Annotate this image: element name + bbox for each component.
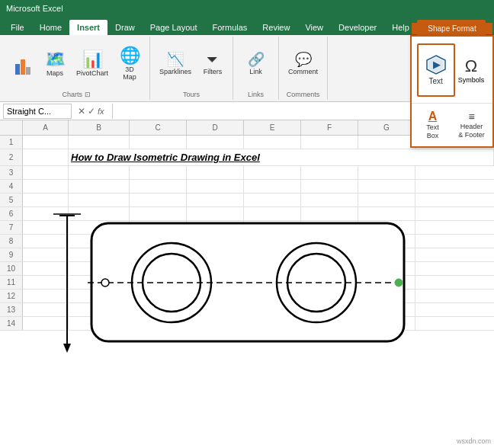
headerfooter-label: Header& Footer bbox=[458, 123, 485, 139]
tab-draw[interactable]: Draw bbox=[107, 20, 143, 35]
link-button[interactable]: 🔗 Link bbox=[241, 40, 271, 88]
maps-button[interactable]: 🗺️ Maps bbox=[40, 40, 70, 88]
charts-buttons: 🗺️ Maps 📊 PivotChart 🌐 3DMap bbox=[8, 38, 145, 89]
comment-icon: 💬 bbox=[295, 53, 312, 66]
charts-group-label: Charts ⊡ bbox=[63, 89, 91, 98]
cell-a3[interactable] bbox=[23, 166, 69, 179]
sheet-title: How to Draw Isometric Drawing in Excel bbox=[71, 152, 260, 163]
comments-group-label: Comments bbox=[287, 89, 320, 98]
grid-row-4: 4 bbox=[0, 180, 494, 194]
shape-format-label: Shape Format bbox=[412, 23, 492, 34]
grid-row-2: 2 How to Draw Isometric Drawing in Excel bbox=[0, 149, 494, 166]
col-header-g[interactable]: G bbox=[358, 120, 415, 135]
fx-icon[interactable]: fx bbox=[98, 107, 104, 116]
row-num-5: 5 bbox=[0, 194, 23, 206]
col-header-e[interactable]: E bbox=[244, 120, 301, 135]
cell-g3[interactable] bbox=[358, 166, 415, 179]
links-buttons: 🔗 Link bbox=[241, 38, 271, 89]
cell-c3[interactable] bbox=[130, 166, 187, 179]
cell-b1[interactable] bbox=[69, 136, 130, 149]
filters-button[interactable]: ⏷ Filters bbox=[197, 40, 228, 88]
title-bar: Microsoft Excel bbox=[0, 0, 494, 17]
confirm-icon[interactable]: ✓ bbox=[88, 106, 95, 117]
cell-f3[interactable] bbox=[301, 166, 358, 179]
tours-buttons: 📉 Sparklines ⏷ Filters bbox=[155, 38, 228, 89]
cell-e4[interactable] bbox=[244, 180, 301, 193]
maps-icon: 🗺️ bbox=[45, 51, 66, 68]
cell-d5[interactable] bbox=[187, 194, 244, 206]
cell-a2[interactable] bbox=[23, 149, 69, 165]
pivotchart-icon: 📊 bbox=[82, 51, 103, 68]
tab-pagelayout[interactable]: Page Layout bbox=[143, 20, 205, 35]
cell-d1[interactable] bbox=[187, 136, 244, 149]
col-header-c[interactable]: C bbox=[130, 120, 187, 135]
tab-developer[interactable]: Developer bbox=[331, 20, 384, 35]
symbols-button[interactable]: Ω Symbols bbox=[455, 53, 488, 87]
isometric-drawing bbox=[46, 208, 419, 360]
cell-f1[interactable] bbox=[301, 136, 358, 149]
tab-home[interactable]: Home bbox=[32, 20, 69, 35]
cell-a1[interactable] bbox=[23, 136, 69, 149]
formula-divider bbox=[112, 104, 113, 119]
cell-f4[interactable] bbox=[301, 180, 358, 193]
svg-marker-5 bbox=[63, 344, 71, 353]
comment-label: Comment bbox=[288, 68, 318, 75]
text-panel-top: ▶ Text Ω Symbols bbox=[412, 37, 492, 104]
ribbon-group-comments: 💬 Comment Comments bbox=[279, 37, 328, 100]
cell-a5[interactable] bbox=[23, 194, 69, 206]
pivotchart-label: PivotChart bbox=[76, 69, 108, 77]
tab-formulas[interactable]: Formulas bbox=[205, 20, 255, 35]
headerfooter-button[interactable]: ≡ Header& Footer bbox=[454, 107, 489, 143]
cell-g1[interactable] bbox=[358, 136, 415, 149]
col-header-f[interactable]: F bbox=[301, 120, 358, 135]
cell-e3[interactable] bbox=[244, 166, 301, 179]
sparklines-button[interactable]: 📉 Sparklines bbox=[155, 40, 196, 88]
cell-b2-title[interactable]: How to Draw Isometric Drawing in Excel bbox=[69, 149, 494, 165]
cell-g5[interactable] bbox=[358, 194, 415, 206]
cell-g4[interactable] bbox=[358, 180, 415, 193]
col-header-a[interactable]: A bbox=[23, 120, 69, 135]
charts-button[interactable] bbox=[8, 40, 38, 88]
symbols-icon: Ω bbox=[465, 56, 477, 76]
grid-row-3: 3 bbox=[0, 166, 494, 180]
cell-e5[interactable] bbox=[244, 194, 301, 206]
cancel-icon[interactable]: ✕ bbox=[78, 106, 85, 117]
cell-b3[interactable] bbox=[69, 166, 130, 179]
formula-controls: ✕ ✓ fx bbox=[75, 106, 107, 117]
comments-buttons: 💬 Comment bbox=[284, 38, 322, 89]
comment-button[interactable]: 💬 Comment bbox=[284, 40, 322, 88]
grid-row-5: 5 bbox=[0, 194, 494, 207]
cell-d4[interactable] bbox=[187, 180, 244, 193]
textbox-label: TextBox bbox=[426, 123, 439, 140]
cell-e1[interactable] bbox=[244, 136, 301, 149]
tab-insert[interactable]: Insert bbox=[69, 20, 107, 35]
cell-d3[interactable] bbox=[187, 166, 244, 179]
svg-point-14 bbox=[395, 279, 403, 286]
textbox-button[interactable]: A TextBox bbox=[415, 107, 451, 143]
pivotchart-button[interactable]: 📊 PivotChart bbox=[72, 40, 113, 88]
cell-b5[interactable] bbox=[69, 194, 130, 206]
text-button-large[interactable]: ▶ Text bbox=[417, 43, 455, 97]
col-header-b[interactable]: B bbox=[69, 120, 130, 135]
cell-c4[interactable] bbox=[130, 180, 187, 193]
name-box[interactable]: Straight C... bbox=[3, 104, 72, 119]
cell-c1[interactable] bbox=[130, 136, 187, 149]
row-num-12: 12 bbox=[0, 290, 23, 302]
app-title: Microsoft Excel bbox=[6, 4, 63, 13]
row-num-10: 10 bbox=[0, 262, 23, 275]
col-header-d[interactable]: D bbox=[187, 120, 244, 135]
cell-b4[interactable] bbox=[69, 180, 130, 193]
text-icon: ▶ bbox=[425, 54, 447, 75]
row-num-header bbox=[0, 120, 23, 135]
tab-view[interactable]: View bbox=[297, 20, 331, 35]
ribbon-group-tours: 📉 Sparklines ⏷ Filters Tours bbox=[150, 37, 233, 100]
tab-file[interactable]: File bbox=[3, 20, 32, 35]
cell-a4[interactable] bbox=[23, 180, 69, 193]
row-num-8: 8 bbox=[0, 235, 23, 248]
3dmap-button[interactable]: 🌐 3DMap bbox=[114, 40, 145, 88]
cell-c5[interactable] bbox=[130, 194, 187, 206]
row-num-4: 4 bbox=[0, 180, 23, 193]
tab-review[interactable]: Review bbox=[255, 20, 297, 35]
tours-group-label: Tours bbox=[183, 89, 200, 98]
cell-f5[interactable] bbox=[301, 194, 358, 206]
